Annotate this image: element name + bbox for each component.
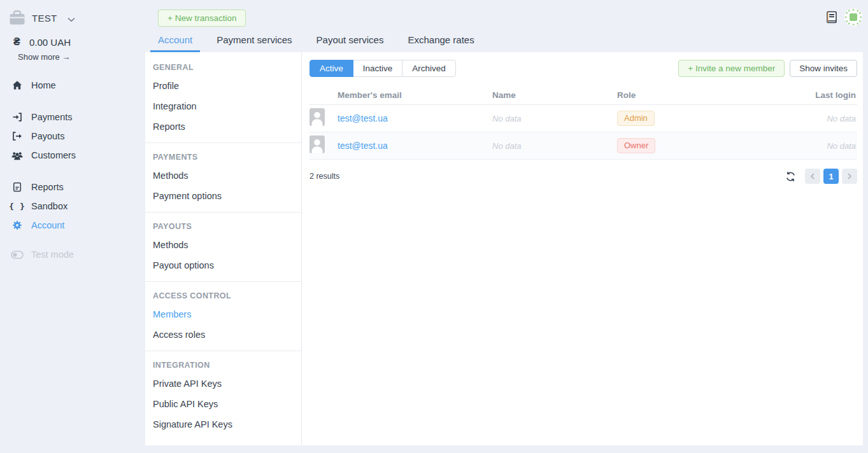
role-badge-admin: Admin [617, 111, 655, 126]
user-avatar-identicon[interactable] [844, 8, 862, 26]
member-status-filter: Active Inactive Archived [309, 60, 456, 77]
hryvnia-icon: ₴ [13, 36, 29, 48]
gear-icon [11, 220, 24, 230]
nav-item-sandbox[interactable]: { } Sandbox [0, 197, 145, 216]
account-subsidebar: GENERAL Profile Integration Reports PAYM… [145, 52, 302, 445]
invite-member-button[interactable]: + Invite a new member [678, 60, 785, 77]
subnav-item-signature-api-keys[interactable]: Signature API Keys [145, 414, 301, 435]
nav-label: Payments [31, 112, 72, 122]
member-avatar [309, 108, 338, 129]
merchant-name: TEST [32, 13, 57, 24]
documentation-book-icon[interactable] [825, 10, 839, 24]
column-header-email: Member's email [338, 90, 492, 100]
members-toolbar: Active Inactive Archived + Invite a new … [309, 60, 857, 77]
member-name-value: No data [492, 114, 522, 123]
merchant-switcher[interactable]: TEST [0, 0, 145, 25]
subnav-item-payout-options[interactable]: Payout options [145, 255, 301, 275]
reports-icon [11, 182, 24, 192]
subsection-payouts: PAYOUTS Methods Payout options [145, 212, 301, 281]
tab-payment-services[interactable]: Payment services [209, 29, 299, 52]
table-footer: 2 results 1 [309, 169, 857, 184]
subnav-item-integration[interactable]: Integration [145, 96, 301, 116]
nav-item-customers[interactable]: Customers [0, 146, 145, 165]
home-icon [11, 80, 24, 90]
subsection-title: INTEGRATION [145, 351, 301, 373]
table-row[interactable]: test@test.ua No data Admin No data [309, 105, 857, 132]
subsection-title: GENERAL [145, 53, 301, 76]
filter-inactive-button[interactable]: Inactive [353, 60, 403, 77]
column-header-role: Role [617, 90, 762, 100]
subsection-payments: PAYMENTS Methods Payment options [145, 143, 301, 212]
members-table: Member's email Name Role Last login test… [309, 85, 857, 160]
left-sidebar: TEST ₴ 0.00 UAH Show more → Home Payment… [0, 0, 145, 453]
toggle-icon [11, 251, 24, 259]
topbar-icons [825, 8, 862, 26]
refresh-icon[interactable] [785, 171, 796, 182]
subnav-item-private-api-keys[interactable]: Private API Keys [145, 373, 301, 394]
table-row[interactable]: test@test.ua No data Owner No data [309, 132, 857, 160]
nav-label: Payouts [31, 131, 64, 141]
subsection-title: PAYOUTS [145, 213, 301, 235]
payments-in-icon [11, 112, 24, 122]
subsection-integration: INTEGRATION Private API Keys Public API … [145, 351, 301, 440]
member-name-value: No data [492, 141, 522, 151]
show-more-link[interactable]: Show more → [0, 52, 145, 62]
results-count: 2 results [309, 172, 339, 181]
nav-item-test-mode[interactable]: Test mode [0, 245, 145, 264]
subnav-item-payment-options[interactable]: Payment options [145, 186, 301, 206]
nav-item-reports[interactable]: Reports [0, 178, 145, 197]
topbar: + New transaction Account Payment servic… [145, 0, 868, 52]
next-page-button[interactable] [842, 169, 857, 184]
subsection-access-control: ACCESS CONTROL Members Access roles [145, 281, 301, 351]
filter-active-button[interactable]: Active [309, 60, 353, 77]
nav-label: Sandbox [31, 201, 68, 211]
subnav-item-public-api-keys[interactable]: Public API Keys [145, 394, 301, 414]
member-email-link[interactable]: test@test.ua [338, 141, 388, 151]
member-avatar [309, 136, 338, 156]
chevron-down-icon [68, 13, 75, 25]
payouts-out-icon [11, 131, 24, 141]
content-area: GENERAL Profile Integration Reports PAYM… [145, 52, 863, 445]
customers-icon [11, 151, 24, 160]
table-header-row: Member's email Name Role Last login [309, 85, 857, 105]
new-transaction-button[interactable]: + New transaction [158, 10, 246, 27]
nav-item-payments[interactable]: Payments [0, 108, 145, 127]
nav-label: Account [31, 220, 64, 230]
subnav-item-payment-methods[interactable]: Methods [145, 165, 301, 186]
subnav-item-reports[interactable]: Reports [145, 116, 301, 137]
subnav-item-members[interactable]: Members [145, 304, 301, 324]
prev-page-button[interactable] [805, 169, 820, 184]
role-badge-owner: Owner [617, 138, 655, 153]
member-email-link[interactable]: test@test.ua [338, 113, 388, 123]
column-header-last-login: Last login [762, 90, 857, 100]
last-login-value: No data [827, 141, 856, 151]
account-tabs: Account Payment services Payout services… [150, 29, 491, 52]
nav-item-payouts[interactable]: Payouts [0, 127, 145, 146]
sandbox-braces-icon: { } [11, 202, 24, 211]
pagination: 1 [785, 169, 857, 184]
nav-label: Reports [31, 182, 64, 192]
toolbar-actions: + Invite a new member Show invites [678, 60, 857, 77]
merchant-logo-icon [9, 10, 25, 25]
subnav-item-payout-methods[interactable]: Methods [145, 235, 301, 255]
subsection-title: ACCESS CONTROL [145, 282, 301, 304]
primary-nav: Home Payments Payouts Customers Reports [0, 76, 145, 264]
page-1-button[interactable]: 1 [823, 169, 839, 184]
subnav-item-access-roles[interactable]: Access roles [145, 324, 301, 345]
nav-label: Test mode [31, 249, 74, 260]
nav-label: Customers [31, 150, 76, 160]
last-login-value: No data [827, 114, 856, 123]
nav-label: Home [31, 80, 56, 90]
nav-item-home[interactable]: Home [0, 76, 145, 95]
balance-row: ₴ 0.00 UAH [0, 36, 145, 48]
members-panel: Active Inactive Archived + Invite a new … [302, 52, 863, 445]
tab-account[interactable]: Account [150, 29, 200, 52]
subsection-general: GENERAL Profile Integration Reports [145, 53, 301, 143]
show-invites-button[interactable]: Show invites [790, 60, 857, 77]
subnav-item-profile[interactable]: Profile [145, 76, 301, 96]
tab-payout-services[interactable]: Payout services [309, 29, 392, 52]
nav-item-account[interactable]: Account [0, 216, 145, 235]
subsection-title: PAYMENTS [145, 143, 301, 165]
filter-archived-button[interactable]: Archived [402, 60, 456, 77]
tab-exchange-rates[interactable]: Exchange rates [400, 29, 481, 52]
